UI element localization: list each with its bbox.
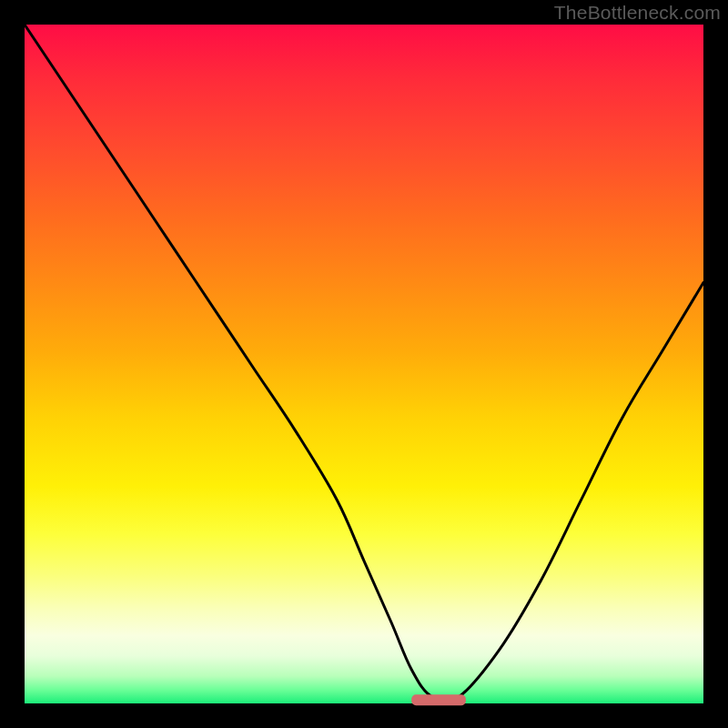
watermark-text: TheBottleneck.com — [554, 2, 721, 24]
chart-frame: TheBottleneck.com — [0, 0, 728, 728]
bottleneck-curve — [25, 25, 703, 702]
minimum-marker — [411, 694, 466, 705]
chart-svg — [25, 25, 703, 703]
